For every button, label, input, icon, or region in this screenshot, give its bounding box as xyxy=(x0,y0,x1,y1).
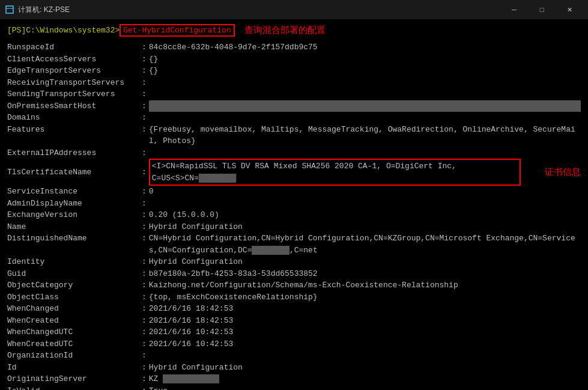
field-name: ObjectClass xyxy=(7,291,139,303)
field-name: DistinguishedName xyxy=(7,233,139,245)
table-row: OriginatingServer : KZ ████████████ xyxy=(7,373,581,385)
field-value: 0.20 (15.0.0.0) xyxy=(149,209,581,221)
field-name: Identity xyxy=(7,256,139,268)
field-name: RunspaceId xyxy=(7,41,139,53)
field-value: Hybrid Configuration xyxy=(149,362,581,374)
field-name: Guid xyxy=(7,268,139,280)
field-name: Id xyxy=(7,362,139,374)
title-bar: 计算机: KZ-PSE ─ □ ✕ xyxy=(0,0,588,19)
terminal: [PS] C:\Windows\system32> Get-HybridConf… xyxy=(0,19,588,390)
minimize-button[interactable]: ─ xyxy=(500,0,528,19)
prompt-annotation: 查询混合部署的配置 xyxy=(244,25,326,36)
field-name: EdgeTransportServers xyxy=(7,65,139,77)
table-row: WhenChangedUTC : 2021/6/16 10:42:53 xyxy=(7,326,581,338)
tls-cert-value: <I>CN=RapidSSL TLS DV RSA Mixed SHA256 2… xyxy=(149,159,521,186)
svg-rect-0 xyxy=(6,6,13,13)
field-name: WhenCreatedUTC xyxy=(7,338,139,350)
field-name: WhenCreated xyxy=(7,315,139,327)
command-text: Get-HybridConfiguration xyxy=(120,24,234,37)
field-name: AdminDisplayName xyxy=(7,198,139,210)
field-value xyxy=(149,350,581,362)
field-name: ExternalIPAddresses xyxy=(7,147,139,159)
output-section: RunspaceId : 84c8cc8e-632b-4048-9d7e-2f1… xyxy=(7,41,581,390)
field-value: KZ ████████████ xyxy=(149,373,581,385)
window-title: 计算机: KZ-PSE xyxy=(18,5,500,15)
table-row: SendingTransportServers : xyxy=(7,88,581,100)
field-name xyxy=(7,245,139,257)
field-name: Features xyxy=(7,124,139,136)
window-controls: ─ □ ✕ xyxy=(500,0,583,19)
close-button[interactable]: ✕ xyxy=(556,0,583,19)
field-value xyxy=(149,147,581,159)
field-value: {} xyxy=(149,53,581,66)
table-row: TlsCertificateName : <I>CN=RapidSSL TLS … xyxy=(7,159,581,186)
table-row: ObjectClass : {top, msExchCoexistenceRel… xyxy=(7,291,581,303)
field-name: IsValid xyxy=(7,385,139,391)
table-row: IsValid : True xyxy=(7,385,581,391)
window-icon xyxy=(5,5,14,14)
field-value: CN=Hybrid Configuration,CN=Hybrid Config… xyxy=(149,233,581,245)
table-row: ExchangeVersion : 0.20 (15.0.0.0) xyxy=(7,209,581,221)
table-row: Domains : xyxy=(7,112,581,124)
prompt-line: [PS] C:\Windows\system32> Get-HybridConf… xyxy=(7,24,581,37)
field-value: {} xyxy=(149,65,581,77)
table-row: : s,CN=Configuration,DC=████████,C=net xyxy=(7,245,581,257)
field-name: Domains xyxy=(7,112,139,124)
field-value: 2021/6/16 10:42:53 xyxy=(149,338,581,350)
table-row: OnPremisesSmartHost : ████████████ xyxy=(7,100,581,112)
field-name: ExchangeVersion xyxy=(7,209,139,221)
field-name: WhenChangedUTC xyxy=(7,326,139,338)
field-value: True xyxy=(149,385,581,391)
table-row: : l, Photos} xyxy=(7,135,581,147)
maximize-button[interactable]: □ xyxy=(528,0,556,19)
table-row: ExternalIPAddresses : xyxy=(7,147,581,159)
field-name: OrganizationId xyxy=(7,350,139,362)
field-value: 84c8cc8e-632b-4048-9d7e-2f157ddb9c75 xyxy=(149,41,581,53)
table-row: WhenCreatedUTC : 2021/6/16 10:42:53 xyxy=(7,338,581,350)
field-value: Hybrid Configuration xyxy=(149,256,581,268)
field-value: s,CN=Configuration,DC=████████,C=net xyxy=(149,245,581,257)
field-value xyxy=(149,77,581,89)
field-value: ████████████ xyxy=(149,100,581,112)
field-value: 2021/6/16 18:42:53 xyxy=(149,303,581,315)
table-row: Id : Hybrid Configuration xyxy=(7,362,581,374)
field-name: ClientAccessServers xyxy=(7,53,139,66)
field-name: ObjectCategory xyxy=(7,279,139,291)
field-value xyxy=(149,112,581,124)
table-row: ClientAccessServers : {} xyxy=(7,53,581,66)
field-value xyxy=(149,198,581,210)
field-value xyxy=(149,88,581,100)
field-name xyxy=(7,135,139,147)
field-value: b87e180a-2bfb-4253-83a3-53dd65533852 xyxy=(149,268,581,280)
field-name: TlsCertificateName xyxy=(7,166,139,178)
table-row: ReceivingTransportServers : xyxy=(7,77,581,89)
table-row: Features : {Freebusy, movemailbox, Mailt… xyxy=(7,124,581,136)
table-row: Identity : Hybrid Configuration xyxy=(7,256,581,268)
cert-annotation: 证书信息 xyxy=(545,165,581,179)
field-value: {Freebusy, movemailbox, Mailtips, Messag… xyxy=(149,124,581,136)
table-row: RunspaceId : 84c8cc8e-632b-4048-9d7e-2f1… xyxy=(7,41,581,53)
table-row: Guid : b87e180a-2bfb-4253-83a3-53dd65533… xyxy=(7,268,581,280)
table-row: ServiceInstance : 0 xyxy=(7,186,581,198)
field-value: Kaizhong.net/Configuration/Schema/ms-Exc… xyxy=(149,279,581,291)
prompt-path: C:\Windows\system32> xyxy=(26,26,120,35)
field-name: OriginatingServer xyxy=(7,373,139,385)
field-name: ServiceInstance xyxy=(7,186,139,198)
ps-label: [PS] xyxy=(7,26,26,35)
table-row: Name : Hybrid Configuration xyxy=(7,221,581,233)
field-name: SendingTransportServers xyxy=(7,88,139,100)
table-row: EdgeTransportServers : {} xyxy=(7,65,581,77)
field-name: OnPremisesSmartHost xyxy=(7,100,139,112)
field-name: ReceivingTransportServers xyxy=(7,77,139,89)
field-value: 0 xyxy=(149,186,581,198)
field-value: 2021/6/16 10:42:53 xyxy=(149,326,581,338)
field-value: Hybrid Configuration xyxy=(149,221,581,233)
table-row: DistinguishedName : CN=Hybrid Configurat… xyxy=(7,233,581,245)
table-row: OrganizationId : xyxy=(7,350,581,362)
table-row: WhenCreated : 2021/6/16 18:42:53 xyxy=(7,315,581,327)
field-name: WhenChanged xyxy=(7,303,139,315)
field-value: 2021/6/16 18:42:53 xyxy=(149,315,581,327)
field-name: Name xyxy=(7,221,139,233)
field-value: {top, msExchCoexistenceRelationship} xyxy=(149,291,581,303)
table-row: AdminDisplayName : xyxy=(7,198,581,210)
